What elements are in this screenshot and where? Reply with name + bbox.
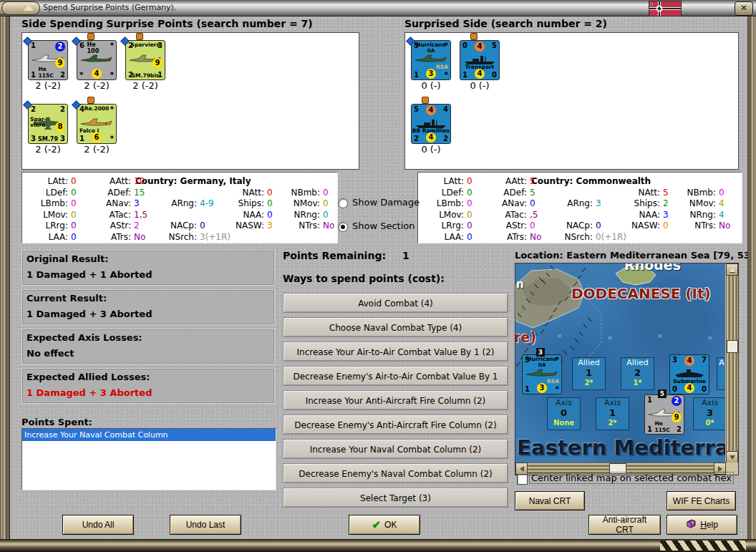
value-circle: 3 — [426, 69, 436, 79]
stat-label: LAA: — [26, 232, 68, 242]
stat-label: NACp: — [553, 221, 593, 231]
radio-circle-selected[interactable] — [338, 222, 348, 232]
counter-value: 3 — [60, 135, 65, 142]
hex-mark: × — [607, 334, 613, 342]
orange-marker-icon — [422, 97, 429, 104]
spend-option-button-3[interactable]: Increase Your Air-to-Air Combat Value By… — [283, 342, 508, 362]
radio-circle[interactable] — [338, 198, 348, 208]
map-stack-box[interactable]: Axis30* — [693, 397, 725, 430]
stat-value: 0 — [71, 188, 77, 198]
map-stack-box[interactable]: A — [717, 357, 725, 390]
stat-label: LAA: — [422, 232, 464, 242]
map-stack-box[interactable]: Allied21* — [621, 357, 654, 390]
close-button[interactable]: ✕ — [735, 1, 753, 16]
value-circle: 4 — [426, 105, 436, 115]
counter-value: 0 — [702, 385, 707, 393]
anti-aircraft-crt-button[interactable]: Anti-aircraft CRT — [588, 515, 661, 535]
map-vertical-scrollbar[interactable] — [726, 263, 738, 463]
title-bar: Spend Surprise Points (Germany). ✕ — [0, 0, 756, 16]
stat-label: ATac: — [92, 210, 131, 220]
center-map-checkbox-label[interactable]: Center linked map on selected combat hex — [530, 473, 733, 483]
stat-value: 15 — [134, 188, 145, 198]
unit-counter[interactable]: 4Re.2000*16*Falco I — [77, 104, 117, 144]
unit-name-label: BB Ramillies — [412, 127, 450, 134]
vertical-scroll-thumb[interactable] — [727, 340, 738, 353]
map-stack-box[interactable]: Allied12* — [572, 357, 606, 390]
map-sea-name: Eastern Mediterran — [517, 435, 725, 460]
stat-label: LBmb: — [26, 198, 68, 208]
stat-value: No — [323, 221, 334, 231]
counter-value: 1 — [462, 71, 467, 79]
stat-label: LAtt: — [26, 176, 68, 186]
spend-option-button-7[interactable]: Increase Your Naval Combat Column (2) — [283, 439, 508, 459]
orange-marker-icon — [87, 33, 94, 40]
stat-value: 5 — [663, 188, 669, 198]
stat-value: 0 — [467, 188, 472, 198]
scroll-down-button[interactable] — [726, 451, 738, 463]
ok-button[interactable]: ✔ OK — [349, 515, 420, 535]
map-stack-box[interactable]: Axis0None — [547, 397, 581, 430]
points-spent-item[interactable]: Increase Your Naval Combat Column — [22, 429, 276, 441]
stat-label: NBmb: — [680, 188, 716, 198]
map-sea-area[interactable]: Rhodes DODECANESE (It) n re) × × × × Eas… — [515, 263, 725, 463]
map-text-fragment-n: n — [516, 278, 524, 291]
center-map-checkbox[interactable] — [517, 474, 528, 485]
stat-value: 3 — [663, 210, 669, 220]
spend-option-button-9[interactable]: Select Target (3) — [283, 488, 508, 508]
unit-counter[interactable]: 1291He 115C2 — [644, 394, 684, 435]
unit-counter[interactable]: 5HurricaneIIA*13*RSA — [522, 354, 562, 394]
show-damage-radio[interactable]: Show Damage — [336, 196, 426, 210]
spend-option-button-4[interactable]: Decrease Enemy's Air-to-Air Combat Value… — [283, 366, 508, 386]
scroll-up-button[interactable] — [726, 263, 738, 276]
spend-option-button-6[interactable]: Decrease Enemy's Anti-Aircraft Fire Colu… — [283, 415, 508, 435]
unit-counter[interactable]: 22Spar- viero83SM.793 — [28, 104, 68, 144]
unit-counter[interactable]: 5HurricaneIIA*13*RSA — [411, 40, 451, 80]
counter-value: * — [556, 385, 559, 393]
unit-counter[interactable]: 2Sparviero392SM.79bis1 — [125, 40, 165, 80]
undo-last-button[interactable]: Undo Last — [170, 515, 241, 535]
stat-value: 0 — [467, 232, 472, 242]
map-stack-box[interactable]: Axis12* — [596, 397, 629, 430]
counter-value: * — [110, 71, 114, 79]
value-circle: 4 — [426, 132, 436, 142]
scroll-left-button[interactable] — [515, 463, 528, 475]
window-right-border — [747, 16, 756, 541]
counter-value: IIA — [538, 362, 546, 368]
value-circle: 4 — [684, 383, 694, 393]
stat-value: 0 — [719, 188, 724, 198]
unit-counter[interactable]: 544242BB Ramillies — [411, 104, 451, 144]
wif-fe-charts-button[interactable]: WIF FE Charts — [667, 491, 736, 510]
spend-option-button-8[interactable]: Decrease Enemy's Naval Combat Column (2) — [283, 463, 508, 483]
stat-label: LDef: — [26, 188, 68, 198]
points-spent-listbox[interactable]: Increase Your Naval Combat Column — [21, 428, 276, 490]
window-menu-button[interactable] — [1, 1, 40, 15]
value-circle: 2 — [55, 42, 65, 52]
combat-map[interactable]: Rhodes DODECANESE (It) n re) × × × × Eas… — [515, 263, 739, 475]
counter-status-label: 0 (-) — [411, 80, 451, 91]
unit-counter[interactable]: 6He 100**4* — [77, 40, 117, 80]
counter-status-label: 2 (-2) — [125, 80, 165, 91]
naval-crt-button[interactable]: Naval CRT — [515, 491, 585, 510]
spend-option-button-1[interactable]: Avoid Combat (4) — [283, 293, 508, 313]
unit-counter[interactable]: 347040Submarine — [669, 354, 709, 394]
stat-value: 0 — [267, 198, 273, 208]
value-circle: 4 — [475, 42, 485, 52]
counter-status-label: 0 (-) — [460, 80, 500, 91]
spend-option-button-2[interactable]: Choose Naval Combat Type (4) — [283, 317, 508, 337]
stat-label: NSrch: — [157, 232, 197, 242]
counter-value: 1 — [647, 425, 652, 433]
points-remaining-label: Points Remaining: — [283, 250, 386, 261]
show-section-radio[interactable]: Show Section — [336, 220, 426, 234]
value-circle: 3 — [537, 383, 547, 393]
unit-counter[interactable]: 045140Transport — [460, 40, 500, 80]
window-left-border — [0, 16, 10, 541]
unit-counter[interactable]: 1291He 115C2 — [28, 40, 68, 80]
stat-label: NASW: — [623, 221, 660, 231]
counter-value: 3 — [672, 356, 677, 364]
corner-hatch-decoration — [660, 541, 746, 551]
undo-all-button[interactable]: Undo All — [62, 515, 134, 535]
counter-value: * — [110, 105, 114, 113]
help-button[interactable]: Help — [667, 515, 737, 535]
stat-label: NSrch: — [553, 232, 593, 242]
spend-option-button-5[interactable]: Increase Your Anti-Aircraft Fire Column … — [283, 390, 508, 410]
